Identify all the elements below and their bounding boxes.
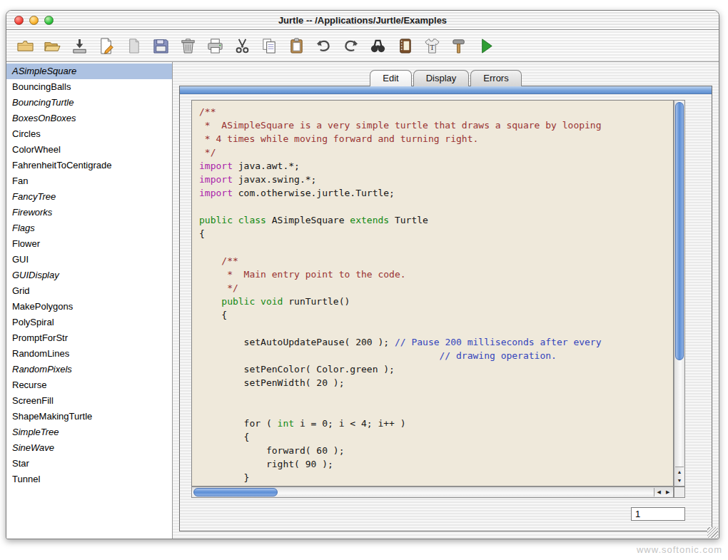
list-item[interactable]: ColorWheel: [6, 142, 172, 158]
list-item[interactable]: PromptForStr: [6, 330, 172, 346]
fonts-button[interactable]: T: [423, 36, 442, 56]
code-line: * ASimpleSquare is a very simple turtle …: [199, 118, 670, 132]
list-item[interactable]: Flags: [6, 220, 172, 236]
list-item[interactable]: Grid: [6, 283, 172, 299]
horizontal-scroll-arrows: ◀ ▶: [654, 488, 672, 497]
notebook-icon: [396, 37, 414, 55]
open-folder-icon: [44, 37, 61, 55]
list-item[interactable]: SimpleTree: [6, 424, 172, 440]
cut-button[interactable]: [233, 36, 252, 56]
save-button[interactable]: [151, 36, 171, 56]
tab-display[interactable]: Display: [413, 70, 470, 86]
copy-button[interactable]: [260, 36, 279, 56]
window-title: Jurtle -- /Applications/Jurtle/Examples: [6, 11, 719, 30]
code-line: */: [199, 146, 670, 159]
code-line: import javax.swing.*;: [199, 173, 670, 186]
list-item[interactable]: FancyTree: [6, 189, 172, 205]
list-item[interactable]: Circles: [6, 126, 172, 142]
code-line: [199, 240, 670, 254]
code-line: public void runTurtle(): [199, 295, 670, 308]
code-line: [199, 390, 670, 403]
app-window: Jurtle -- /Applications/Jurtle/Examples …: [6, 10, 719, 539]
list-item[interactable]: ScreenFill: [6, 393, 172, 409]
list-item[interactable]: ASimpleSquare: [6, 63, 172, 79]
notebook-button[interactable]: [395, 36, 415, 56]
trash-button[interactable]: [178, 36, 198, 56]
window-controls: [14, 16, 54, 25]
code-line: /**: [199, 105, 670, 118]
open-folder-button[interactable]: [43, 36, 62, 56]
print-icon: [206, 37, 224, 55]
new-file-button[interactable]: [97, 36, 116, 56]
code-line: {: [199, 430, 670, 444]
tab-errors[interactable]: Errors: [470, 70, 521, 86]
scroll-left-arrow-icon[interactable]: ◀: [654, 488, 664, 497]
new-folder-icon: [16, 37, 34, 55]
list-item[interactable]: GUIDisplay: [6, 268, 172, 283]
build-icon: [450, 37, 468, 55]
list-item[interactable]: SineWave: [6, 440, 172, 456]
run-button[interactable]: [477, 36, 496, 56]
save-icon: [152, 37, 170, 55]
redo-icon: [342, 37, 360, 55]
vertical-scrollbar[interactable]: ▲ ▼: [674, 100, 685, 487]
find-icon: [369, 37, 387, 55]
code-line: [199, 322, 670, 335]
list-item[interactable]: ShapeMakingTurtle: [6, 409, 172, 424]
new-folder-button[interactable]: [16, 36, 35, 56]
build-button[interactable]: [450, 36, 469, 56]
list-item[interactable]: RandomPixels: [6, 362, 172, 377]
list-item[interactable]: Flower: [6, 236, 172, 252]
code-line: setPenWidth( 20 );: [199, 376, 670, 390]
list-item[interactable]: Star: [6, 456, 172, 472]
run-icon: [477, 37, 495, 55]
import-button[interactable]: [70, 36, 89, 56]
list-item[interactable]: MakePolygons: [6, 299, 172, 315]
list-item[interactable]: PolySpiral: [6, 315, 172, 330]
list-item[interactable]: BouncingTurtle: [6, 95, 172, 111]
list-item[interactable]: Fireworks: [6, 205, 172, 220]
scroll-up-arrow-icon[interactable]: ▲: [675, 467, 684, 477]
code-line: setPenColor( Color.green );: [199, 362, 670, 376]
new-file-icon: [98, 37, 116, 55]
list-item[interactable]: Tunnel: [6, 472, 172, 487]
scroll-right-arrow-icon[interactable]: ▶: [664, 488, 673, 497]
resize-grip[interactable]: [707, 527, 718, 538]
find-button[interactable]: [368, 36, 388, 56]
list-item[interactable]: GUI: [6, 252, 172, 268]
cut-icon: [233, 37, 251, 55]
vertical-scrollbar-thumb[interactable]: [675, 102, 684, 360]
code-line: import com.otherwise.jurtle.Turtle;: [199, 186, 670, 200]
minimize-button[interactable]: [29, 16, 39, 25]
list-item[interactable]: FahrenheitToCentigrade: [6, 158, 172, 173]
code-line: right( 90 );: [199, 457, 670, 471]
scroll-down-arrow-icon[interactable]: ▼: [675, 477, 684, 486]
code-line: {: [199, 308, 670, 322]
list-item[interactable]: RandomLines: [6, 346, 172, 362]
code-line: * Main entry point to the code.: [199, 268, 670, 281]
code-line: }: [199, 471, 670, 484]
list-item[interactable]: BoxesOnBoxes: [6, 111, 172, 126]
redo-button[interactable]: [341, 36, 360, 56]
list-item[interactable]: Fan: [6, 173, 172, 189]
horizontal-scrollbar[interactable]: ◀ ▶: [191, 487, 674, 498]
line-number-field[interactable]: [631, 507, 685, 521]
list-item[interactable]: BouncingBalls: [6, 79, 172, 95]
file-button[interactable]: [124, 36, 143, 56]
tab-bar: EditDisplayErrors: [173, 70, 719, 86]
list-item[interactable]: Recurse: [6, 377, 172, 393]
code-line: import java.awt.*;: [199, 159, 670, 173]
paste-button[interactable]: [287, 36, 306, 56]
fonts-icon: T: [423, 37, 441, 55]
tab-edit[interactable]: Edit: [370, 70, 411, 86]
copy-icon: [261, 37, 278, 55]
undo-button[interactable]: [314, 36, 333, 56]
code-editor[interactable]: /** * ASimpleSquare is a very simple tur…: [191, 100, 674, 487]
print-button[interactable]: [206, 36, 225, 56]
code-line: setAutoUpdatePause( 200 ); // Pause 200 …: [199, 335, 670, 349]
titlebar[interactable]: Jurtle -- /Applications/Jurtle/Examples: [6, 11, 719, 30]
examples-list: ASimpleSquareBouncingBallsBouncingTurtle…: [6, 62, 173, 539]
close-button[interactable]: [14, 16, 24, 25]
zoom-button[interactable]: [44, 16, 54, 25]
horizontal-scrollbar-thumb[interactable]: [193, 488, 278, 497]
